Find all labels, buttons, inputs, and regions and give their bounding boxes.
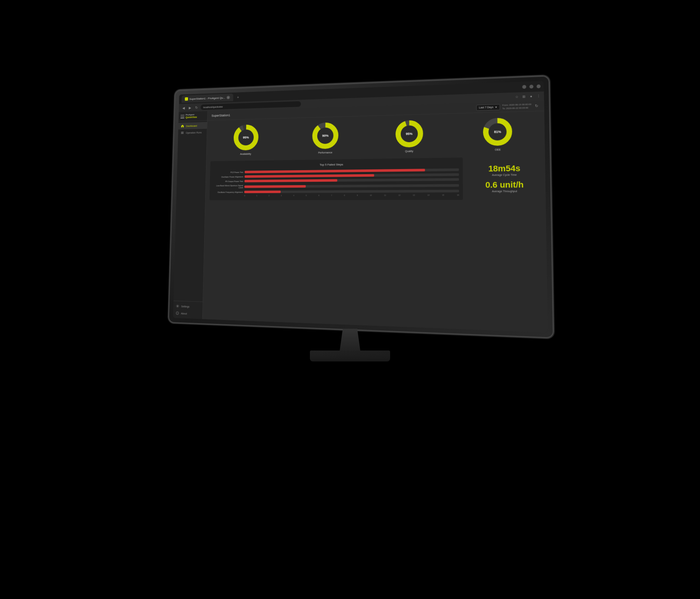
chart-oee: 81% OEE — [482, 117, 514, 151]
about-label: About — [181, 312, 187, 314]
main-content: SuperStation1 Last 7 Days ▼ From: 2020-0… — [203, 101, 548, 332]
chart-title-performance: Performance — [318, 151, 332, 154]
date-to: To: 2020-06-22 00:00:00 — [502, 106, 532, 110]
time-select-label: Last 7 Days — [479, 106, 493, 109]
donut-quality: 95% — [394, 119, 424, 149]
svg-rect-2 — [181, 133, 183, 134]
home-icon — [181, 124, 184, 128]
bar-label-1: P13 Power Test — [213, 171, 243, 173]
chart-title-oee: OEE — [495, 148, 501, 151]
donut-oee: 81% — [482, 117, 514, 147]
time-filter: Last 7 Days ▼ From: 2020-06-15 00:00:00 … — [476, 103, 539, 111]
maximize-button[interactable] — [529, 85, 533, 89]
chart-performance: 90% Performance — [311, 121, 339, 154]
svg-rect-0 — [181, 132, 184, 132]
stat-cycle-time-value: 18m54s — [469, 164, 540, 173]
time-select-dropdown[interactable]: Last 7 Days ▼ — [476, 104, 500, 110]
chart-title-availability: Availability — [240, 153, 251, 155]
bar-row: Oscillator Power Alignment — [213, 173, 459, 178]
chart-availability: 95% Availability — [232, 123, 260, 155]
donut-label-performance: 90% — [322, 134, 329, 137]
browser-icons: ☆ ⊞ ● ⋮ — [514, 94, 541, 99]
bar-fill-3 — [244, 179, 337, 183]
chevron-down-icon: ▼ — [495, 106, 497, 108]
bar-label-2: Oscillator Power Alignment — [213, 176, 243, 178]
bar-label-5: Oscillator Frequency Alignment — [213, 191, 243, 193]
monitor-wrapper: SuperStation1 - ProAgent Qu... × + ◀ ▶ ↻ — [131, 81, 569, 518]
tab-title: SuperStation1 - ProAgent Qu... — [189, 96, 225, 101]
bar-row: P13 Power Test — [213, 168, 459, 173]
bar-chart: P13 Power Test Oscillator Power Alignmen… — [213, 168, 459, 193]
bar-label-3: P5 Output Power Test — [213, 180, 243, 182]
bar-row: P5 Output Power Test — [213, 178, 459, 183]
bar-track-5 — [244, 190, 459, 193]
sidebar: ProAgent QuickView Dashboard — [173, 111, 207, 319]
info-icon: i — [176, 311, 179, 315]
monitor-bezel: SuperStation1 - ProAgent Qu... × + ◀ ▶ ↻ — [173, 81, 548, 332]
settings-label: Settings — [181, 305, 190, 308]
bar-track-1 — [245, 168, 459, 173]
profile-icon[interactable]: ● — [529, 94, 533, 99]
window-controls — [522, 85, 540, 89]
svg-rect-1 — [181, 133, 184, 133]
stat-throughput: 0.6 unit/h Average Throughput — [469, 180, 541, 192]
refresh-button[interactable]: ↻ — [534, 103, 540, 109]
dashboard: 95% Availability — [203, 111, 548, 332]
new-tab-button[interactable]: + — [235, 94, 241, 100]
x-axis: 01234 56789 10111213141516 — [244, 194, 459, 197]
bar-fill-5 — [244, 191, 281, 193]
monitor-outer: SuperStation1 - ProAgent Qu... × + ◀ ▶ ↻ — [168, 75, 554, 338]
tab-favicon — [185, 97, 188, 101]
donut-availability: 95% — [232, 123, 260, 152]
sidebar-brand: ProAgent QuickView — [186, 113, 197, 119]
hamburger-icon[interactable] — [180, 115, 184, 118]
sidebar-header: ProAgent QuickView — [179, 111, 207, 121]
monitor-stand-neck — [335, 329, 365, 351]
browser-tab[interactable]: SuperStation1 - ProAgent Qu... × — [182, 94, 233, 103]
donut-label-oee: 81% — [494, 130, 501, 134]
failed-steps-section: Top 5 Failed Steps P13 Power Test — [210, 157, 463, 200]
stats-section: 18m54s Average Cycle Time 0.6 unit/h Ave… — [469, 156, 541, 200]
bottom-section: Top 5 Failed Steps P13 Power Test — [210, 156, 541, 200]
svg-text:i: i — [177, 312, 178, 314]
sidebar-bottom: Settings i About — [173, 301, 202, 319]
bookmark-icon[interactable]: ☆ — [514, 94, 519, 99]
bar-row: Low-Band Worst Spurious Signal Level — [213, 183, 459, 189]
minimize-button[interactable] — [522, 85, 526, 89]
sidebar-item-dashboard[interactable]: Dashboard — [178, 122, 207, 130]
bar-track-2 — [245, 173, 459, 177]
chart-quality: 95% Quality — [394, 119, 424, 153]
bar-fill-4 — [244, 185, 306, 188]
reload-button[interactable]: ↻ — [194, 105, 199, 110]
close-button[interactable] — [537, 85, 541, 89]
stat-cycle-time: 18m54s Average Cycle Time — [469, 164, 540, 176]
menu-icon[interactable]: ⋮ — [536, 94, 541, 98]
operation-runs-label: Operation Runs — [186, 131, 202, 134]
app-container: ProAgent QuickView Dashboard — [173, 101, 548, 332]
settings-icon — [176, 304, 179, 308]
sidebar-nav: Dashboard Operation Runs — [174, 121, 207, 302]
url-text: localhost/quickview — [203, 105, 223, 108]
date-range: From: 2020-06-15 00:00:00 To: 2020-06-22… — [502, 103, 532, 110]
donut-label-quality: 95% — [406, 132, 412, 136]
brand-line2: QuickView — [186, 116, 197, 119]
charts-row: 95% Availability — [210, 116, 540, 156]
stat-throughput-value: 0.6 unit/h — [469, 180, 541, 189]
sidebar-item-operation-runs[interactable]: Operation Runs — [178, 129, 207, 136]
bar-track-3 — [244, 178, 459, 183]
page-title: SuperStation1 — [211, 113, 230, 117]
forward-button[interactable]: ▶ — [188, 105, 192, 110]
chart-title-quality: Quality — [405, 150, 413, 152]
stat-throughput-label: Average Throughput — [469, 189, 541, 192]
donut-label-availability: 95% — [243, 136, 249, 139]
failed-steps-title: Top 5 Failed Steps — [214, 161, 459, 168]
bar-row: Oscillator Frequency Alignment — [213, 190, 459, 193]
extensions-icon[interactable]: ⊞ — [522, 94, 526, 99]
monitor-stand-base — [310, 351, 390, 361]
bar-fill-2 — [245, 174, 374, 178]
donut-performance: 90% — [311, 121, 340, 150]
tab-close-icon[interactable]: × — [226, 96, 230, 99]
back-button[interactable]: ◀ — [181, 105, 186, 110]
bar-fill-1 — [245, 169, 425, 173]
sidebar-item-about[interactable]: i About — [173, 309, 203, 317]
